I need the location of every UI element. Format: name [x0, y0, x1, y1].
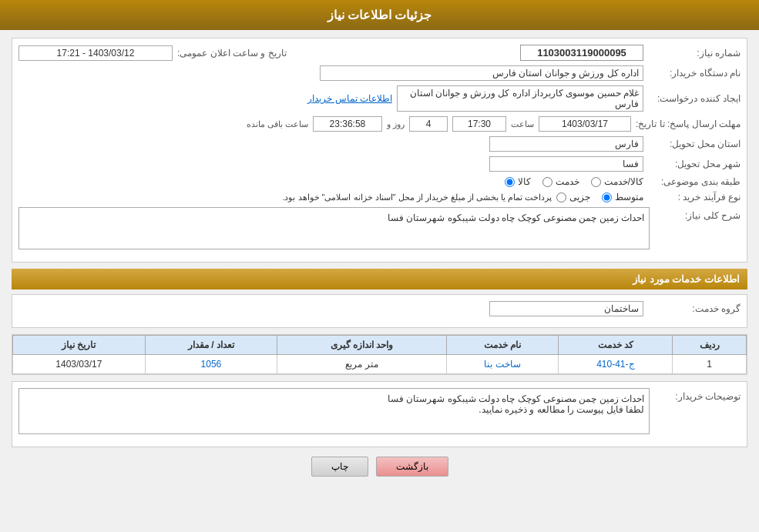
cell-unit: متر مربع: [277, 355, 447, 374]
deadline-time: 17:30: [452, 116, 506, 132]
row-deadline: مهلت ارسال پاسخ: تا تاریخ: 1403/03/17 سا…: [18, 116, 741, 132]
col-quantity: تعداد / مقدار: [145, 336, 277, 355]
back-button[interactable]: بازگشت: [376, 457, 448, 477]
service-group-value: ساختمان: [489, 301, 643, 316]
announce-datetime-value: 1403/03/12 - 17:21: [18, 45, 173, 61]
purchase-radio-group: متوسط جزیی: [556, 192, 643, 202]
cell-service-code: ج-41-410: [559, 355, 673, 374]
buyer-desc-section: توضیحات خریدار: احداث زمین چمن مصنوعی کو…: [12, 381, 747, 447]
cell-service-name: ساخت بنا: [446, 355, 559, 374]
remaining-days: 4: [409, 116, 448, 132]
buyer-org-label: نام دستگاه خریدار:: [648, 68, 741, 79]
announce-datetime-label: تاریخ و ساعت اعلان عمومی:: [177, 48, 287, 59]
response-deadline-label: مهلت ارسال پاسخ: تا تاریخ:: [636, 119, 741, 129]
radio-jozi-label: جزیی: [569, 192, 590, 202]
cell-need-date: 1403/03/17: [13, 355, 146, 374]
remaining-suffix: ساعت باقی مانده: [247, 119, 308, 129]
province-value: فارس: [489, 136, 643, 152]
button-group: بازگشت چاپ: [12, 457, 747, 477]
need-desc-value: احداث زمین چمن مصنوعی کوچک چاه دولت شیبک…: [18, 207, 650, 249]
deadline-time-label: ساعت: [511, 119, 534, 129]
need-number-label: شماره نیاز:: [648, 48, 741, 59]
radio-jozi: جزیی: [556, 192, 590, 202]
remaining-days-label: روز و: [387, 119, 405, 129]
category-radio-group: کالا/خدمت خدمت کالا: [505, 176, 643, 187]
radio-kala-label: کالا: [518, 176, 531, 187]
cell-quantity: 1056: [145, 355, 277, 374]
remaining-time: 23:36:58: [313, 116, 382, 132]
col-service-name: نام خدمت: [446, 336, 559, 355]
radio-motavaset-label: متوسط: [615, 192, 643, 202]
table-header-row: ردیف کد خدمت نام خدمت واحد اندازه گیری ت…: [13, 336, 747, 355]
buyer-desc-value: احداث زمین چمن مصنوعی کوچک چاه دولت شیبک…: [18, 388, 650, 434]
page-wrapper: جزئیات اطلاعات نیاز شماره نیاز: 11030031…: [0, 0, 759, 532]
row-buyer-desc: توضیحات خریدار: احداث زمین چمن مصنوعی کو…: [18, 388, 741, 434]
services-section-title: اطلاعات خدمات مورد نیاز: [12, 269, 747, 289]
row-service-group: گروه خدمت: ساختمان: [18, 301, 741, 316]
info-section: شماره نیاز: 1103003119000095 تاریخ و ساع…: [12, 38, 747, 263]
services-table-section: ردیف کد خدمت نام خدمت واحد اندازه گیری ت…: [12, 334, 747, 375]
table-row: 1 ج-41-410 ساخت بنا متر مربع 1056 1403/0…: [13, 355, 747, 374]
row-requester: ایجاد کننده درخواست: غلام حسین موسوی کار…: [18, 85, 741, 112]
radio-khedmat: خدمت: [542, 176, 579, 187]
need-desc-text: احداث زمین چمن مصنوعی کوچک چاه دولت شیبک…: [388, 212, 644, 223]
buyer-desc-label: توضیحات خریدار:: [656, 388, 741, 402]
radio-motavaset: متوسط: [602, 192, 643, 202]
category-label: طبقه بندی موضوعی:: [648, 176, 741, 187]
deadline-date: 1403/03/17: [539, 116, 631, 132]
need-desc-label: شرح کلی نیاز:: [656, 207, 741, 221]
services-table: ردیف کد خدمت نام خدمت واحد اندازه گیری ت…: [12, 335, 747, 374]
cell-row-num: 1: [673, 355, 747, 374]
row-need-number: شماره نیاز: 1103003119000095 تاریخ و ساع…: [18, 45, 741, 61]
page-title: جزئیات اطلاعات نیاز: [327, 8, 432, 22]
service-info-section: گروه خدمت: ساختمان: [12, 294, 747, 328]
purchase-type-label: نوع فرآیند خرید :: [648, 192, 741, 202]
city-label: شهر محل تحویل:: [648, 159, 741, 169]
radio-jozi-input[interactable]: [556, 192, 566, 202]
radio-kala-khedmat-label: کالا/خدمت: [604, 176, 643, 187]
buyer-org-value: اداره کل ورزش و جوانان استان فارس: [320, 65, 643, 81]
radio-khedmat-label: خدمت: [556, 176, 579, 187]
radio-kala: کالا: [505, 176, 531, 187]
row-buyer-org: نام دستگاه خریدار: اداره کل ورزش و جوانا…: [18, 65, 741, 81]
row-province: استان محل تحویل: فارس: [18, 136, 741, 152]
radio-kala-khedmat-input[interactable]: [591, 177, 601, 187]
need-number-value: 1103003119000095: [520, 45, 643, 61]
radio-kala-khedmat: کالا/خدمت: [591, 176, 643, 187]
row-category: طبقه بندی موضوعی: کالا/خدمت خدمت کالا: [18, 176, 741, 187]
row-need-desc: شرح کلی نیاز: احداث زمین چمن مصنوعی کوچک…: [18, 207, 741, 249]
requester-value: غلام حسین موسوی کاربرداز اداره کل ورزش و…: [397, 85, 643, 112]
row-city: شهر محل تحویل: فسا: [18, 156, 741, 172]
purchase-note: پرداخت تمام یا بخشی از مبلغ خریدار از مح…: [282, 192, 552, 202]
col-unit: واحد اندازه گیری: [277, 336, 447, 355]
main-content: شماره نیاز: 1103003119000095 تاریخ و ساع…: [0, 30, 759, 494]
radio-motavaset-input[interactable]: [602, 192, 612, 202]
province-label: استان محل تحویل:: [648, 139, 741, 149]
col-need-date: تاریخ نیاز: [13, 336, 146, 355]
contact-link[interactable]: اطلاعات تماس خریدار: [307, 93, 392, 104]
col-row-num: ردیف: [673, 336, 747, 355]
col-service-code: کد خدمت: [559, 336, 673, 355]
radio-kala-input[interactable]: [505, 177, 515, 187]
requester-label: ایجاد کننده درخواست:: [648, 93, 741, 104]
service-group-label: گروه خدمت:: [648, 303, 741, 314]
radio-khedmat-input[interactable]: [542, 177, 552, 187]
city-value: فسا: [489, 156, 643, 172]
print-button[interactable]: چاپ: [311, 457, 368, 477]
row-purchase-type: نوع فرآیند خرید : متوسط جزیی پرداخت تمام…: [18, 192, 741, 202]
page-header: جزئیات اطلاعات نیاز: [0, 0, 759, 30]
